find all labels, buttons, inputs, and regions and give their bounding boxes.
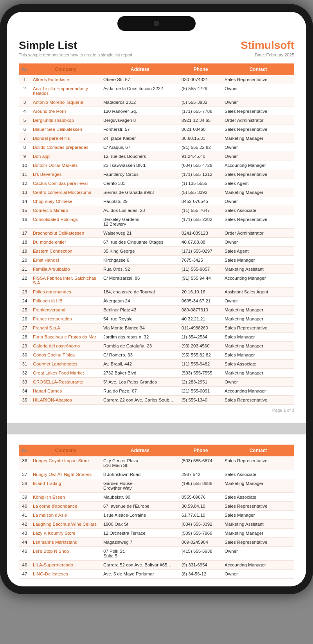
- cell-company: Lehmanns Marktstand: [31, 538, 101, 547]
- cell-phone: (171) 555-0297: [179, 247, 222, 256]
- cell-company: Island Trading: [31, 479, 101, 493]
- table-row: 34Hanari CarnesRua do Paço, 67(21) 555-0…: [19, 387, 294, 396]
- cell-address: Berliner Platz 43: [101, 306, 179, 315]
- cell-contact: Owner: [222, 197, 294, 206]
- cell-company: Franchi S.p.A.: [31, 324, 101, 333]
- cell-phone: (604) 555-3392: [179, 520, 222, 529]
- cell-phone: 0921-12 34 65: [179, 116, 222, 125]
- cell-address: Ave. 5 de Mayo Porlamar: [101, 570, 179, 579]
- cell-contact: Sales Associate: [222, 470, 294, 479]
- cell-company: Du monde entier: [31, 238, 101, 247]
- cell-num: 36: [19, 456, 31, 470]
- cell-phone: 030-0074321: [179, 75, 222, 84]
- cell-num: 29: [19, 342, 31, 351]
- table-row: 35HILARIÓN-AbastosCarrera 22 con Ave. Ca…: [19, 396, 294, 405]
- header-contact: Contact: [222, 63, 294, 75]
- cell-contact: Marketing Manager: [222, 479, 294, 493]
- table-row: 7Blondel père et fils24, place Kléber88.…: [19, 134, 294, 143]
- notch-bar: [7, 12, 306, 35]
- cell-num: 26: [19, 315, 31, 324]
- cell-phone: 7675-3425: [179, 256, 222, 265]
- cell-phone: 88.60.15.31: [179, 134, 222, 143]
- table-row: 13Centro comercial MoctezumaSierras de G…: [19, 188, 294, 197]
- cell-address: 54, rue Royale: [101, 315, 179, 324]
- phone-frame: Simple List This sample demonstrates how…: [0, 4, 313, 594]
- cell-phone: (171) 555-2282: [179, 215, 222, 229]
- report-header: Simple List This sample demonstrates how…: [19, 35, 294, 60]
- cell-address: Obere Str. 57: [101, 75, 179, 84]
- cell-num: 43: [19, 529, 31, 538]
- cell-address: 12 Orchestra Terrace: [101, 529, 179, 538]
- cell-num: 2: [19, 84, 31, 98]
- cell-company: Cactus Comidas para llevar: [31, 179, 101, 188]
- cell-contact: Sales Representative: [222, 75, 294, 84]
- cell-num: 21: [19, 265, 31, 274]
- cell-address: Garden HouseCrowther Way: [101, 479, 179, 493]
- cell-contact: Accounting Manager: [222, 161, 294, 170]
- header-right: Stimulsoft Date: February 2025: [241, 39, 294, 57]
- cell-company: Lazy K Kountry Store: [31, 529, 101, 538]
- table-row: 5Berglunds snabbköpBerguvsvägen 80921-12…: [19, 116, 294, 125]
- cell-num: 15: [19, 206, 31, 215]
- cell-address: Av. dos Lusíadas, 23: [101, 206, 179, 215]
- cell-address: Maubelstr. 90: [101, 493, 179, 502]
- cell-contact: Sales Representative: [222, 396, 294, 405]
- cell-num: 12: [19, 179, 31, 188]
- table-row: 27Franchi S.p.A.Via Monte Bianco 34011-4…: [19, 324, 294, 333]
- cell-company: LILA-Supermercado: [31, 561, 101, 570]
- cell-contact: Marketing Assistant: [222, 520, 294, 529]
- header-phone-2: Phone: [179, 445, 222, 456]
- table-header-row: № Company Address Phone Contact: [19, 63, 294, 75]
- cell-num: 31: [19, 360, 31, 369]
- cell-num: 38: [19, 479, 31, 493]
- cell-address: Carrera 52 con Ave. Bolívar #65...: [101, 561, 179, 570]
- cell-company: Blauer See Delikatessen: [31, 125, 101, 134]
- cell-contact: Owner: [222, 152, 294, 161]
- table-row: 10Bottom-Dollar Markets23 Tsawwassen Blv…: [19, 161, 294, 170]
- cell-phone: (171) 555-7788: [179, 107, 222, 116]
- cell-address: 35 King George: [101, 247, 179, 256]
- header-num-2: №: [19, 445, 31, 456]
- cell-company: La corne d'abondance: [31, 502, 101, 511]
- cell-address: 2732 Baker Blvd.: [101, 369, 179, 378]
- table-row: 11B's BeveragesFauntleroy Circus(171) 55…: [19, 170, 294, 179]
- cell-address: Mataderos 2312: [101, 98, 179, 107]
- cell-phone: (91) 555 94 44: [179, 274, 222, 288]
- cell-phone: (503) 555-7555: [179, 369, 222, 378]
- cell-num: 24: [19, 297, 31, 306]
- header-company-2: Company: [31, 445, 101, 456]
- cell-phone: 61.77.61.10: [179, 511, 222, 520]
- cell-phone: 40.67.88.88: [179, 238, 222, 247]
- cell-contact: Order Administrator: [222, 229, 294, 238]
- cell-address: Cerrito 333: [101, 179, 179, 188]
- header-address-2: Address: [101, 445, 179, 456]
- cell-contact: Owner: [222, 378, 294, 387]
- cell-company: Centro comercial Moctezuma: [31, 188, 101, 197]
- data-table-page1: № Company Address Phone Contact 1Alfreds…: [19, 63, 294, 405]
- cell-num: 40: [19, 502, 31, 511]
- cell-company: Godos Cocina Típica: [31, 351, 101, 360]
- cell-num: 33: [19, 378, 31, 387]
- table-row: 6Blauer See DelikatessenForsterstr. 5706…: [19, 125, 294, 134]
- cell-contact: Sales Manager: [222, 256, 294, 265]
- table-row: 25FrankenversandBerliner Platz 43089-087…: [19, 306, 294, 315]
- cell-address: Fauntleroy Circus: [101, 170, 179, 179]
- table-row: 36Hungry Coyote Import StoreCity Center …: [19, 456, 294, 470]
- phone-screen: Simple List This sample demonstrates how…: [7, 12, 306, 586]
- cell-phone: (91) 555 22 82: [179, 143, 222, 152]
- cell-address: Berguvsvägen 8: [101, 116, 179, 125]
- cell-phone: (11) 555-7647: [179, 206, 222, 215]
- table-row: 16Consolidated HoldingsBerkeley Gardens1…: [19, 215, 294, 229]
- table-row: 23Folies gourmandes184, chaussée de Tour…: [19, 288, 294, 297]
- cell-num: 22: [19, 274, 31, 288]
- page-number-1: Page 1 of 3: [19, 405, 294, 415]
- cell-num: 3: [19, 98, 31, 107]
- cell-num: 27: [19, 324, 31, 333]
- report-date: Date: February 2025: [241, 52, 294, 57]
- cell-phone: 0695-34 67 21: [179, 297, 222, 306]
- cell-phone: (509) 555-7969: [179, 529, 222, 538]
- table-row: 40La corne d'abondance67, avenue de l'Eu…: [19, 502, 294, 511]
- header-phone: Phone: [179, 63, 222, 75]
- cell-num: 6: [19, 125, 31, 134]
- cell-contact: Accounting Manager: [222, 274, 294, 288]
